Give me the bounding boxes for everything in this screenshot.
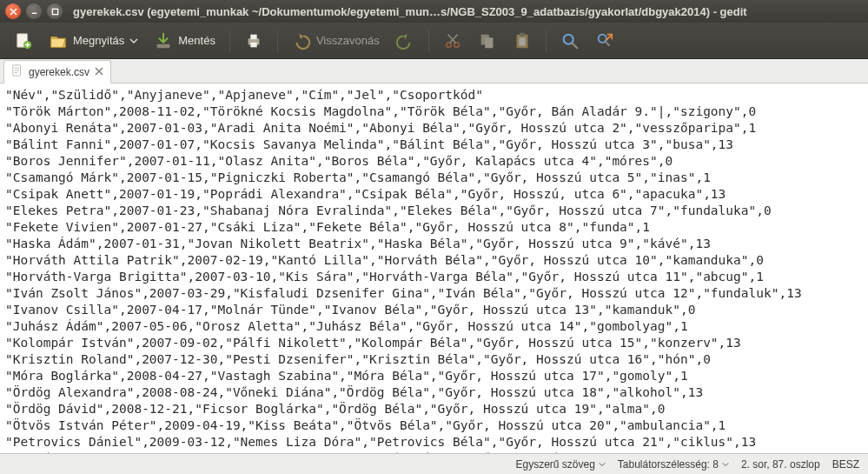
redo-icon: [395, 31, 414, 50]
editor-line: "Ördög Dávid",2008-12-21,"Ficsor Boglárk…: [5, 401, 863, 417]
editor-line: "Ötvös István Péter",2009-04-19,"Kiss Be…: [5, 417, 863, 434]
svg-rect-6: [250, 42, 256, 47]
text-editor[interactable]: "Név","Szülidő","Anyjaneve","Apjaneve","…: [0, 83, 868, 453]
print-icon: [244, 31, 263, 50]
cursor-label: 2. sor, 87. oszlop: [741, 458, 820, 471]
toolbar: Megnyitás Mentés Visszavonás: [0, 23, 868, 59]
svg-rect-5: [250, 34, 256, 39]
editor-line: "Horváth Attila Patrik",2007-02-19,"Kant…: [5, 252, 863, 269]
svg-point-15: [598, 34, 606, 42]
folder-open-icon: [49, 31, 68, 50]
undo-icon: [292, 31, 311, 50]
tab-gyerekek-csv[interactable]: gyerekek.csv: [3, 60, 111, 83]
separator: [277, 30, 278, 52]
scissors-icon: [443, 31, 462, 50]
cut-button[interactable]: [436, 28, 469, 54]
window-minimize-button[interactable]: [26, 3, 42, 19]
tab-label: gyerekek.csv: [29, 66, 89, 78]
insert-mode[interactable]: BESZ: [832, 458, 859, 471]
svg-rect-12: [520, 32, 525, 36]
open-button[interactable]: Megnyitás: [42, 28, 145, 54]
editor-line: "Petrovics Dániel",2009-03-12,"Nemes Liz…: [5, 434, 863, 451]
copy-icon: [478, 31, 497, 50]
titlebar: gyerekek.csv (egyetemi_munkak ~/Dokument…: [0, 0, 868, 23]
editor-line: "Juhász Ádám",2007-05-06,"Orosz Aletta",…: [5, 318, 863, 335]
editor-line: "Török Márton",2008-11-02,"Törökné Kocsi…: [5, 103, 863, 120]
window-title: gyerekek.csv (egyetemi_munkak ~/Dokument…: [73, 5, 747, 18]
editor-line: "Haska Ádám",2007-01-31,"Jovan Nikolett …: [5, 236, 863, 252]
open-label: Megnyitás: [73, 34, 124, 47]
editor-line: "Móra Boglárka",2008-04-27,"Vastagh Szab…: [5, 368, 863, 384]
find-replace-icon: [595, 31, 614, 50]
editor-line: "Ördög Alexandra",2008-08-24,"Vőneki Diá…: [5, 384, 863, 401]
editor-line: "Iván Zsolt János",2007-03-29,"Kisfaludi…: [5, 285, 863, 302]
separator: [229, 30, 230, 52]
editor-line: "Ivanov Csilla",2007-04-17,"Molnár Tünde…: [5, 302, 863, 318]
close-icon[interactable]: [95, 66, 103, 78]
save-icon: [154, 31, 173, 50]
chevron-down-icon: [599, 461, 606, 468]
find-replace-button[interactable]: [588, 28, 621, 54]
find-button[interactable]: [553, 28, 586, 54]
window-close-button[interactable]: [5, 3, 21, 19]
undo-button[interactable]: Visszavonás: [285, 28, 387, 54]
redo-button[interactable]: [388, 28, 421, 54]
tabwidth-selector[interactable]: Tabulátorszélesség: 8: [618, 458, 729, 471]
editor-line: "Csipak Anett",2007-01-19,"Poprádi Alexa…: [5, 186, 863, 203]
separator: [546, 30, 547, 52]
copy-button[interactable]: [471, 28, 504, 54]
editor-line: "Csamangó Márk",2007-01-15,"Pigniczki Ro…: [5, 170, 863, 186]
file-icon: [11, 64, 23, 79]
svg-rect-10: [485, 37, 493, 48]
window-maximize-button[interactable]: [47, 3, 63, 19]
editor-line: "Horváth-Varga Brigitta",2007-03-10,"Kis…: [5, 269, 863, 285]
editor-line: "Kolompár István",2007-09-02,"Pálfi Niko…: [5, 335, 863, 351]
editor-line: "Abonyi Renáta",2007-01-03,"Aradi Anita …: [5, 120, 863, 137]
syntax-label: Egyszerű szöveg: [515, 458, 594, 471]
editor-line: "Fekete Vivien",2007-01-27,"Csáki Liza",…: [5, 219, 863, 236]
new-document-button[interactable]: [7, 28, 40, 54]
svg-rect-3: [157, 43, 170, 48]
editor-line: "Elekes Petra",2007-01-23,"Shabanaj Nóra…: [5, 203, 863, 219]
save-label: Mentés: [178, 34, 215, 47]
search-icon: [560, 31, 580, 50]
editor-line: "Polyák Norbert",2009-02-02,"Patay Nikol…: [5, 451, 863, 453]
editor-line: "Bálint Fanni",2007-01-07,"Kocsis Savany…: [5, 137, 863, 153]
insert-label: BESZ: [832, 458, 859, 471]
separator: [428, 30, 429, 52]
editor-line: "Név","Szülidő","Anyjaneve","Apjaneve","…: [5, 87, 863, 103]
editor-line: "Krisztin Roland",2007-12-30,"Pesti Dzse…: [5, 351, 863, 368]
editor-line: "Boros Jennifer",2007-01-11,"Olasz Anita…: [5, 153, 863, 170]
syntax-selector[interactable]: Egyszerű szöveg: [515, 458, 605, 471]
statusbar: Egyszerű szöveg Tabulátorszélesség: 8 2.…: [0, 453, 868, 474]
chevron-down-icon: [129, 37, 138, 45]
undo-label: Visszavonás: [316, 34, 380, 47]
new-document-icon: [14, 31, 33, 50]
tabwidth-label: Tabulátorszélesség: 8: [618, 458, 719, 471]
svg-rect-0: [52, 9, 57, 14]
print-button[interactable]: [237, 28, 270, 54]
cursor-position: 2. sor, 87. oszlop: [741, 458, 820, 471]
svg-rect-13: [519, 37, 525, 45]
chevron-down-icon: [722, 461, 729, 468]
paste-button[interactable]: [506, 28, 539, 54]
save-button[interactable]: Mentés: [147, 28, 222, 54]
paste-icon: [513, 31, 532, 50]
tabbar: gyerekek.csv: [0, 59, 868, 83]
